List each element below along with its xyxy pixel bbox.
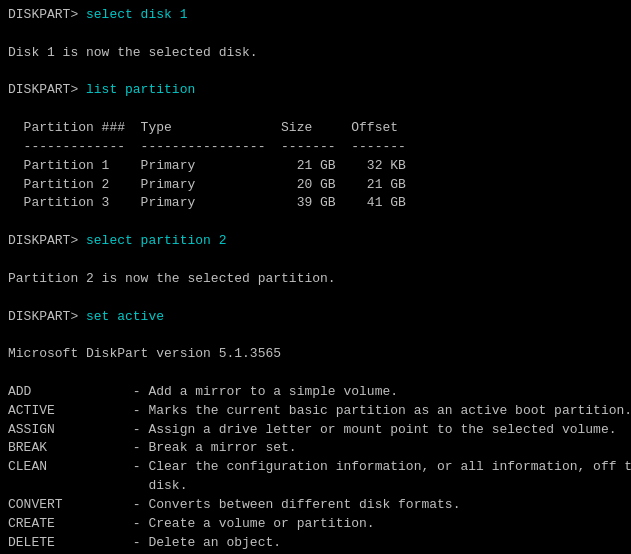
terminal-line: ------------- ---------------- ------- -… bbox=[8, 138, 623, 157]
terminal-line bbox=[8, 251, 623, 270]
terminal-line bbox=[8, 25, 623, 44]
terminal-line: Microsoft DiskPart version 5.1.3565 bbox=[8, 345, 623, 364]
terminal-line: ASSIGN - Assign a drive letter or mount … bbox=[8, 421, 623, 440]
terminal-line: Partition 1 Primary 21 GB 32 KB bbox=[8, 157, 623, 176]
terminal-line: DELETE - Delete an object. bbox=[8, 534, 623, 553]
terminal-line bbox=[8, 289, 623, 308]
terminal-line: BREAK - Break a mirror set. bbox=[8, 439, 623, 458]
terminal-line: ACTIVE - Marks the current basic partiti… bbox=[8, 402, 623, 421]
terminal-line bbox=[8, 63, 623, 82]
terminal-line: DISKPART> set active bbox=[8, 308, 623, 327]
terminal-line: ADD - Add a mirror to a simple volume. bbox=[8, 383, 623, 402]
terminal-window: DISKPART> select disk 1 Disk 1 is now th… bbox=[8, 6, 623, 554]
terminal-line bbox=[8, 326, 623, 345]
terminal-line bbox=[8, 100, 623, 119]
terminal-line: Partition 3 Primary 39 GB 41 GB bbox=[8, 194, 623, 213]
terminal-line: Partition ### Type Size Offset bbox=[8, 119, 623, 138]
terminal-line: Partition 2 Primary 20 GB 21 GB bbox=[8, 176, 623, 195]
terminal-line: CREATE - Create a volume or partition. bbox=[8, 515, 623, 534]
terminal-line: DISKPART> list partition bbox=[8, 81, 623, 100]
terminal-line: disk. bbox=[8, 477, 623, 496]
terminal-line: Disk 1 is now the selected disk. bbox=[8, 44, 623, 63]
terminal-line: CONVERT - Converts between different dis… bbox=[8, 496, 623, 515]
terminal-line: CLEAN - Clear the configuration informat… bbox=[8, 458, 623, 477]
terminal-line: DISKPART> select partition 2 bbox=[8, 232, 623, 251]
terminal-line bbox=[8, 213, 623, 232]
terminal-line: Partition 2 is now the selected partitio… bbox=[8, 270, 623, 289]
terminal-line: DISKPART> select disk 1 bbox=[8, 6, 623, 25]
terminal-line bbox=[8, 364, 623, 383]
